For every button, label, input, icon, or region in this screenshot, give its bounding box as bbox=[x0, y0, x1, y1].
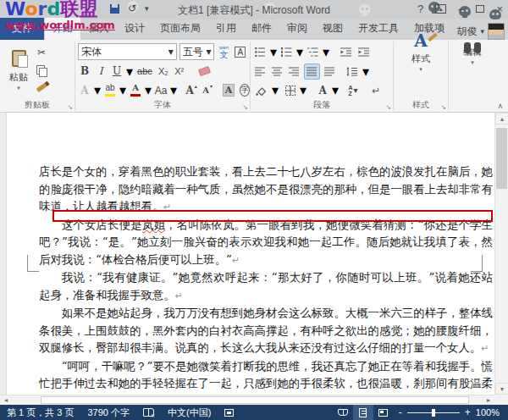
undo-icon[interactable]: ↺ bbox=[128, 3, 136, 14]
macro-record[interactable] bbox=[218, 409, 240, 417]
superscript-button[interactable]: X² bbox=[173, 64, 186, 80]
tab-view[interactable]: 视图 bbox=[315, 18, 351, 40]
ribbon-home: 粘贴 ▾ ✂ 剪贴板 ↘ 宋体▾ 五号▾ bbox=[0, 40, 508, 113]
group-label-paragraph: 段落 bbox=[251, 99, 393, 111]
show-hide-marks-button[interactable]: ↵ bbox=[369, 82, 383, 98]
borders-button[interactable] bbox=[284, 82, 297, 98]
phonetic-guide-button[interactable]: wén 文 bbox=[217, 44, 230, 60]
font-size-combobox[interactable]: 五号▾ bbox=[179, 43, 215, 60]
zoom-slider-thumb[interactable] bbox=[432, 409, 435, 417]
strikethrough-button[interactable]: abc bbox=[135, 64, 154, 80]
document-left-edge bbox=[0, 113, 7, 395]
multilevel-list-button[interactable] bbox=[306, 44, 320, 60]
asian-layout-button[interactable]: A bbox=[316, 82, 329, 98]
decrease-indent-button[interactable] bbox=[339, 44, 354, 60]
align-left-button[interactable] bbox=[253, 64, 268, 80]
paragraph-dialog-launcher[interactable]: ↘ bbox=[385, 103, 391, 111]
macro-icon bbox=[224, 409, 234, 417]
subscript-button[interactable]: X₂ bbox=[157, 64, 170, 80]
copy-button[interactable] bbox=[35, 62, 48, 78]
avatar[interactable] bbox=[488, 23, 505, 40]
tab-design[interactable]: 设计 bbox=[117, 18, 152, 40]
format-painter-button[interactable] bbox=[35, 80, 48, 96]
group-label-font: 字体 bbox=[75, 99, 250, 111]
styles-dialog-launcher[interactable]: ↘ bbox=[440, 103, 446, 111]
underline-dropdown-icon[interactable]: ▾ bbox=[126, 64, 133, 80]
numbering-button[interactable] bbox=[279, 44, 294, 60]
tab-page-layout[interactable]: 页面布局 bbox=[152, 18, 208, 40]
vertical-scrollbar-thumb[interactable] bbox=[496, 128, 507, 189]
wordlm-watermark: Word联盟 www.wordlm.com bbox=[5, 0, 115, 30]
font-name-combobox[interactable]: 宋体▾ bbox=[78, 43, 177, 60]
enclose-characters-button[interactable]: 字 bbox=[238, 82, 251, 98]
tab-review[interactable]: 审阅 bbox=[279, 18, 315, 40]
clear-formatting-button[interactable] bbox=[197, 64, 212, 80]
paragraph[interactable]: 这个女店长便是岚姐，名叫陈依岚。第一眼看到我，她便微笑着猜测：“你还是个学生吧？… bbox=[39, 217, 493, 270]
zoom-out-button[interactable]: - bbox=[399, 408, 402, 417]
scroll-up-icon[interactable]: ▴ bbox=[495, 113, 508, 124]
print-layout-button[interactable] bbox=[353, 405, 373, 420]
line-spacing-button[interactable] bbox=[345, 64, 360, 80]
horizontal-scrollbar[interactable]: ◂ ▸ bbox=[0, 395, 494, 405]
styles-icon: A bbox=[414, 32, 428, 49]
paragraph[interactable]: 我说：“我有健康证。”她竟然欢呼起来：“那太好了，你随时可以上班。”说着她还站起… bbox=[39, 269, 493, 305]
change-case-button[interactable]: Aa bbox=[154, 82, 168, 98]
help-button[interactable]: ? bbox=[417, 3, 423, 15]
text-effects-button[interactable]: A bbox=[78, 82, 91, 98]
character-border-button[interactable]: A bbox=[233, 44, 247, 60]
vertical-scrollbar[interactable]: ▴ ▾ bbox=[494, 113, 508, 395]
close-button[interactable]: × bbox=[496, 3, 503, 15]
read-mode-button[interactable] bbox=[333, 405, 353, 420]
ribbon-display-options-button[interactable]: ▴ bbox=[435, 4, 446, 14]
cut-button[interactable]: ✂ bbox=[35, 44, 48, 60]
align-right-button[interactable] bbox=[287, 64, 301, 80]
tab-developer[interactable]: 开发工具 bbox=[351, 18, 406, 40]
italic-button[interactable]: I bbox=[94, 64, 108, 80]
paragraph[interactable]: 店长是个女的，穿着黑色的职业套装，看上去二十七八岁左右，棕色的波浪发扎在脑后，她… bbox=[39, 163, 493, 217]
zoom-percentage[interactable]: 100% bbox=[476, 407, 500, 417]
collapse-ribbon-button[interactable]: ∧ bbox=[497, 102, 503, 110]
sort-button[interactable]: AZ ▾ bbox=[346, 82, 360, 98]
word-count[interactable]: 3790 个字 bbox=[80, 406, 136, 419]
paragraph[interactable]: “呵呵，干嘛呢？”要不是她微笑着打断我的思维，我还真忘了她正在等着和我握手。慌忙… bbox=[39, 358, 493, 395]
zoom-in-button[interactable]: + bbox=[465, 408, 471, 417]
justify-button[interactable] bbox=[304, 64, 320, 80]
increase-indent-button[interactable] bbox=[356, 44, 372, 60]
web-layout-button[interactable] bbox=[373, 405, 394, 420]
scroll-down-icon[interactable]: ▾ bbox=[495, 383, 508, 395]
tab-references[interactable]: 引用 bbox=[208, 18, 244, 40]
maximize-button[interactable] bbox=[476, 5, 484, 13]
editing-button[interactable]: 编辑 ▾ bbox=[461, 42, 483, 58]
paste-button[interactable]: 粘贴 ▾ bbox=[3, 42, 35, 97]
styles-button[interactable]: A 样式 ▾ bbox=[410, 42, 432, 58]
bullets-button[interactable] bbox=[253, 44, 268, 60]
character-shading-button[interactable]: A bbox=[222, 82, 235, 98]
shading-button[interactable] bbox=[253, 82, 269, 98]
highlight-color-button[interactable]: ab bbox=[103, 82, 117, 98]
font-dialog-launcher[interactable]: ↘ bbox=[242, 103, 248, 111]
scrollbar-corner bbox=[494, 395, 508, 405]
customize-qat-dropdown-icon[interactable]: ▾ bbox=[145, 4, 149, 13]
tab-mailings[interactable]: 邮件 bbox=[244, 18, 279, 40]
bold-button[interactable]: B bbox=[78, 64, 91, 80]
minimize-button[interactable]: – bbox=[458, 3, 464, 15]
language-indicator[interactable]: 中文(中国) bbox=[161, 406, 218, 419]
quick-access-toolbar: ↺ ▾ bbox=[110, 3, 149, 14]
zoom-slider[interactable] bbox=[407, 412, 460, 413]
document-area[interactable]: 店长是个女的，穿着黑色的职业套装，看上去二十七八岁左右，棕色的波浪发扎在脑后，她… bbox=[0, 113, 494, 395]
shrink-font-button[interactable]: A bbox=[201, 82, 214, 98]
wordlm-logo-letter: 联 bbox=[60, 0, 79, 19]
account-area[interactable]: 胡俊 ▾ bbox=[456, 23, 508, 40]
horizontal-scrollbar-thumb[interactable] bbox=[41, 396, 469, 404]
font-color-button[interactable]: A bbox=[129, 82, 142, 98]
page-indicator[interactable]: 第 1 页，共 3 页 bbox=[0, 406, 80, 419]
underline-button[interactable]: U bbox=[110, 64, 124, 80]
paragraph[interactable]: 如果不是她站起身，我万万没有想到她身材会这么标致。大概一米六三的样子，整体线条很… bbox=[39, 305, 493, 358]
align-center-button[interactable] bbox=[270, 64, 284, 80]
distribute-button[interactable] bbox=[323, 64, 337, 80]
document-text[interactable]: 店长是个女的，穿着黑色的职业套装，看上去二十七八岁左右，棕色的波浪发扎在脑后，她… bbox=[7, 113, 494, 395]
proofing-status[interactable] bbox=[136, 408, 161, 417]
clipboard-dialog-launcher[interactable]: ↘ bbox=[67, 103, 73, 111]
copy-icon bbox=[36, 65, 47, 75]
grow-font-button[interactable]: A bbox=[185, 82, 198, 98]
